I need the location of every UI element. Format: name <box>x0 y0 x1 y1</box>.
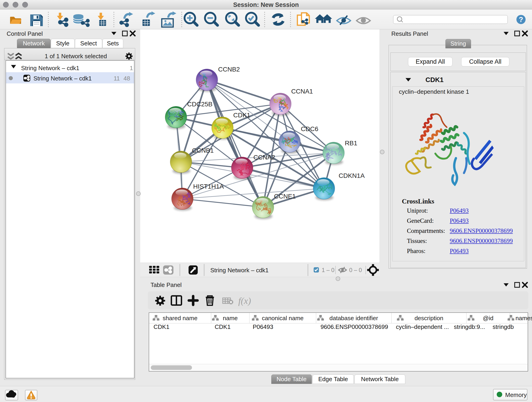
svg-text:CDKN1A: CDKN1A <box>339 172 365 179</box>
svg-text:CCNB2: CCNB2 <box>218 66 240 73</box>
svg-text:CDK1: CDK1 <box>233 112 250 119</box>
svg-text:RB1: RB1 <box>345 140 357 147</box>
svg-text:CCNE1: CCNE1 <box>274 193 296 200</box>
svg-text:CDC6: CDC6 <box>301 125 318 133</box>
svg-text:CCNA1: CCNA1 <box>291 88 313 95</box>
svg-text:?: ? <box>519 16 523 24</box>
svg-text:CCNA2: CCNA2 <box>253 154 275 161</box>
svg-text:CDC25B: CDC25B <box>187 101 212 108</box>
svg-text:HIST1H1A: HIST1H1A <box>193 183 224 190</box>
svg-text:CCNB1: CCNB1 <box>192 147 214 154</box>
